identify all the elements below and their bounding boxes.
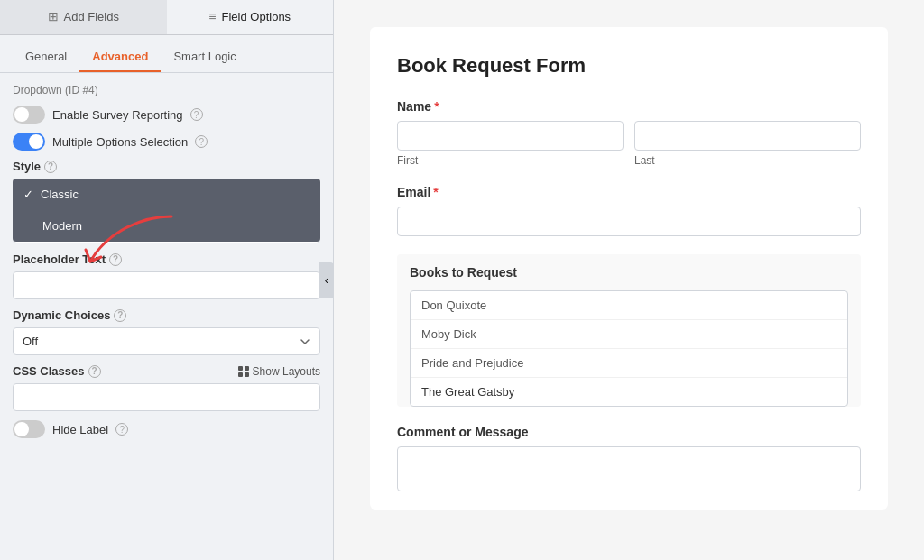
css-classes-help[interactable]: ? (88, 365, 101, 378)
style-help[interactable]: ? (44, 161, 57, 173)
css-classes-header: CSS Classes ? Show Layouts (13, 364, 320, 378)
email-input[interactable] (397, 207, 861, 236)
placeholder-help[interactable]: ? (109, 253, 122, 266)
comment-label: Comment or Message (397, 425, 861, 439)
multiple-options-toggle[interactable] (13, 133, 45, 151)
add-fields-label: Add Fields (64, 10, 119, 23)
field-id: (ID #4) (65, 84, 98, 96)
placeholder-section-label: Placeholder Text ? (13, 252, 320, 266)
hide-label-row: Hide Label ? (13, 420, 320, 438)
last-name-col: Last (634, 121, 861, 167)
panel-content: Dropdown (ID #4) Enable Survey Reporting… (0, 73, 333, 560)
field-info: Dropdown (ID #4) (13, 84, 320, 96)
email-required-star: * (433, 185, 438, 199)
book-item-2[interactable]: Pride and Prejudice (411, 349, 847, 378)
style-option-classic[interactable]: ✓ Classic (13, 179, 320, 210)
tab-advanced[interactable]: Advanced (79, 42, 161, 72)
book-item-0[interactable]: Don Quixote (411, 291, 847, 320)
field-type: Dropdown (13, 84, 62, 96)
css-classes-label: CSS Classes ? (13, 364, 101, 378)
form-container: Book Request Form Name * First Last (370, 27, 888, 510)
classic-checkmark: ✓ (23, 188, 33, 201)
survey-reporting-label: Enable Survey Reporting (52, 108, 183, 122)
book-item-3[interactable]: The Great Gatsby (411, 378, 847, 406)
email-field: Email * (397, 185, 861, 236)
form-title: Book Request Form (397, 54, 861, 78)
placeholder-input[interactable] (13, 271, 320, 299)
style-section-label: Style ? (13, 160, 320, 173)
books-list: Don Quixote Moby Dick Pride and Prejudic… (410, 290, 848, 407)
tab-smart-logic[interactable]: Smart Logic (161, 42, 248, 72)
comment-input[interactable] (397, 446, 861, 491)
dynamic-choices-help[interactable]: ? (114, 309, 126, 322)
css-classes-input[interactable] (13, 383, 320, 411)
multiple-options-row: Multiple Options Selection ? (13, 133, 320, 151)
modern-label: Modern (42, 219, 82, 233)
multiple-options-label: Multiple Options Selection (52, 135, 188, 149)
last-name-input[interactable] (634, 121, 861, 151)
hide-label-help[interactable]: ? (116, 423, 128, 436)
email-field-label: Email * (397, 185, 861, 199)
classic-label: Classic (41, 188, 79, 201)
collapse-handle[interactable]: ‹ (319, 262, 334, 298)
multiple-options-help[interactable]: ? (195, 135, 208, 148)
collapse-icon: ‹ (325, 273, 328, 287)
survey-reporting-toggle[interactable] (13, 106, 45, 124)
books-header: Books to Request (397, 254, 861, 290)
last-name-label: Last (634, 154, 861, 167)
sub-tabs: General Advanced Smart Logic (0, 35, 333, 73)
field-options-icon: ≡ (208, 9, 216, 23)
name-required-star: * (434, 99, 439, 114)
name-field: Name * First Last (397, 99, 861, 167)
book-item-1[interactable]: Moby Dick (411, 320, 847, 349)
hide-label-toggle[interactable] (13, 420, 45, 438)
tab-general[interactable]: General (13, 42, 79, 72)
hide-label-label: Hide Label (52, 423, 108, 436)
field-options-label: Field Options (222, 10, 291, 23)
show-layouts-label: Show Layouts (253, 365, 320, 378)
style-dropdown-container: ✓ Classic Modern Classic ▾ (13, 179, 320, 207)
comment-section: Comment or Message (397, 425, 861, 491)
tab-field-options[interactable]: ≡ Field Options (167, 0, 334, 34)
name-field-label: Name * (397, 99, 861, 114)
first-name-label: First (397, 154, 624, 167)
style-dropdown-menu: ✓ Classic Modern (13, 179, 320, 242)
style-option-modern[interactable]: Modern (13, 210, 320, 242)
dynamic-choices-label: Dynamic Choices ? (13, 308, 320, 322)
top-tabs: ⊞ Add Fields ≡ Field Options (0, 0, 333, 35)
right-panel: Book Request Form Name * First Last (334, 0, 924, 560)
first-name-input[interactable] (397, 121, 624, 151)
add-fields-icon: ⊞ (48, 9, 59, 23)
dynamic-choices-select[interactable]: Off Post Types Taxonomies (13, 327, 320, 355)
left-panel: ⊞ Add Fields ≡ Field Options General Adv… (0, 0, 334, 560)
show-layouts-button[interactable]: Show Layouts (238, 365, 320, 378)
name-row: First Last (397, 121, 861, 167)
grid-icon (238, 366, 249, 377)
books-section: Books to Request Don Quixote Moby Dick P… (397, 254, 861, 407)
tab-add-fields[interactable]: ⊞ Add Fields (0, 0, 167, 34)
survey-reporting-help[interactable]: ? (190, 108, 203, 121)
survey-reporting-row: Enable Survey Reporting ? (13, 106, 320, 124)
first-name-col: First (397, 121, 624, 167)
